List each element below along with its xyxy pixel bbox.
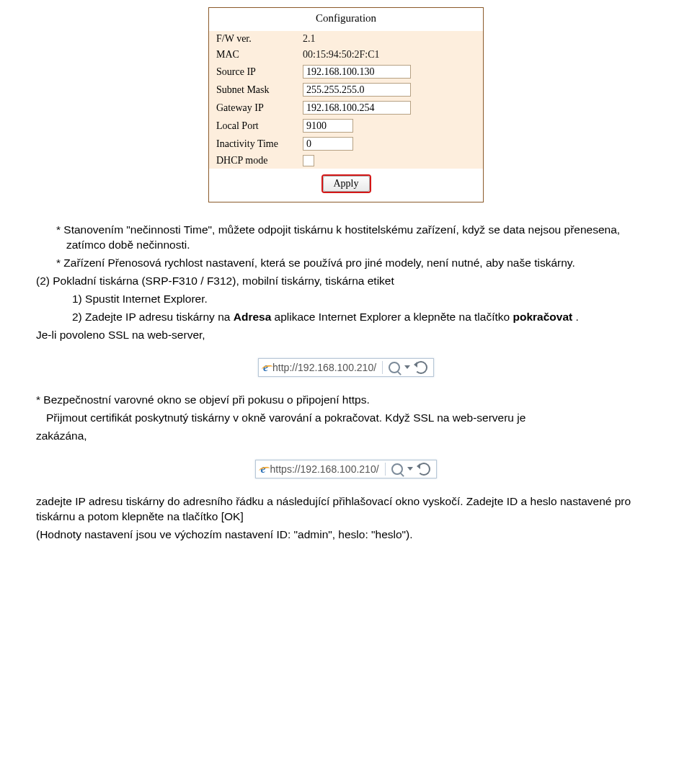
- note-inactivity: * Stanovením "nečinnosti Time", můžete o…: [36, 223, 656, 253]
- refresh-icon[interactable]: [417, 463, 430, 476]
- fw-version-value: 2.1: [303, 33, 316, 45]
- ie-icon: e: [260, 463, 265, 476]
- address-bar-https[interactable]: e https://192.168.100.210/: [255, 460, 436, 478]
- ssl-enabled-note: Je-li povoleno SSL na web-server,: [36, 328, 656, 343]
- inactivity-time-label: Inactivity Time: [216, 138, 303, 150]
- dhcp-mode-checkbox[interactable]: [303, 155, 314, 166]
- dropdown-icon[interactable]: [404, 365, 410, 369]
- local-port-label: Local Port: [216, 120, 303, 132]
- address-bar-http[interactable]: e http://192.168.100.210/: [258, 358, 434, 377]
- inactivity-time-input[interactable]: [303, 137, 353, 151]
- panel-title: Configuration: [209, 8, 483, 31]
- mac-label: MAC: [216, 49, 303, 61]
- default-credentials: (Hodnoty nastavení jsou ve výchozím nast…: [36, 527, 656, 543]
- apply-button-highlight: Apply: [321, 174, 371, 193]
- security-warning-note: * Bezpečnostní varovné okno se objeví př…: [36, 393, 656, 408]
- section-2-heading: (2) Pokladní tiskárna (SRP-F310 / F312),…: [36, 274, 656, 289]
- gateway-ip-label: Gateway IP: [216, 102, 303, 114]
- configuration-panel: Configuration F/W ver. 2.1 MAC 00:15:94:…: [208, 7, 484, 202]
- source-ip-input[interactable]: [303, 65, 411, 79]
- search-icon[interactable]: [391, 463, 403, 475]
- accept-certificate-note: Přijmout certifikát poskytnutý tiskárny …: [36, 411, 656, 426]
- apply-button[interactable]: Apply: [323, 176, 370, 192]
- subnet-mask-label: Subnet Mask: [216, 84, 303, 96]
- ie-icon: e: [263, 361, 268, 374]
- step-1: 1) Spustit Internet Explorer.: [36, 292, 656, 307]
- refresh-icon[interactable]: [414, 361, 427, 374]
- step-2-bold-pokracovat: pokračovat: [513, 311, 572, 323]
- step-2-bold-adresa: Adresa: [234, 311, 272, 323]
- dropdown-icon[interactable]: [407, 467, 413, 471]
- local-port-input[interactable]: [303, 119, 353, 133]
- ssl-disabled-note: zakázána,: [36, 429, 656, 444]
- step-2: 2) Zadejte IP adresu tiskárny na Adresa …: [36, 310, 656, 325]
- dhcp-mode-label: DHCP mode: [216, 155, 303, 166]
- search-icon[interactable]: [389, 362, 400, 373]
- mac-value: 00:15:94:50:2F:C1: [303, 49, 380, 61]
- login-instruction: zadejte IP adresu tiskárny do adresního …: [36, 494, 656, 525]
- note-baudrate: * Zařízení Přenosová rychlost nastavení,…: [36, 256, 656, 271]
- source-ip-label: Source IP: [216, 66, 303, 78]
- url-text-https: https://192.168.100.210/: [270, 463, 379, 475]
- fw-version-label: F/W ver.: [216, 33, 303, 45]
- gateway-ip-input[interactable]: [303, 101, 411, 115]
- url-text-http: http://192.168.100.210/: [272, 362, 376, 373]
- subnet-mask-input[interactable]: [303, 83, 411, 97]
